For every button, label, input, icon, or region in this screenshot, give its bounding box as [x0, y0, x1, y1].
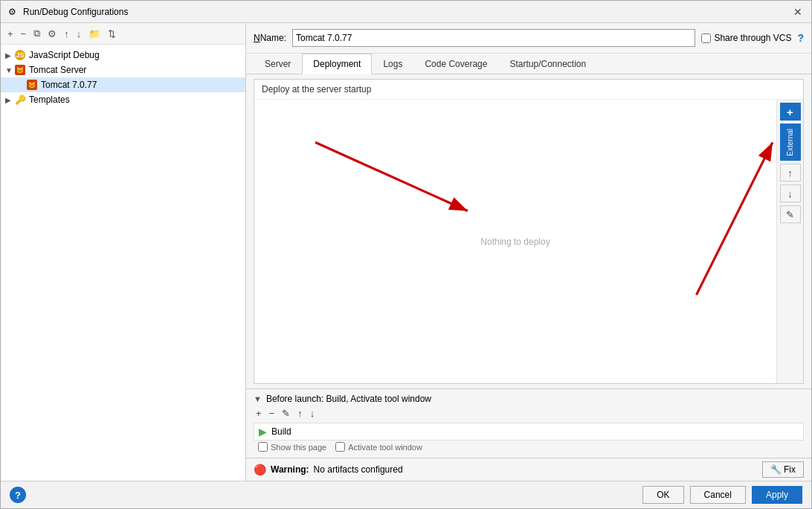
bl-edit-button[interactable]: ✎: [280, 407, 292, 420]
activate-window-checkbox[interactable]: [335, 442, 345, 452]
dialog-title: Run/Debug Configurations: [23, 7, 128, 17]
title-bar: ⚙ Run/Debug Configurations ✕: [1, 1, 811, 23]
tree-arrow-tomcat-server: ▼: [5, 66, 14, 74]
tab-logs[interactable]: Logs: [372, 54, 413, 74]
title-bar-left: ⚙ Run/Debug Configurations: [8, 7, 128, 17]
deploy-header-text: Deploy at the server startup: [262, 84, 371, 95]
fix-button[interactable]: 🔧 Fix: [762, 461, 804, 478]
show-page-label: Show this page: [271, 443, 326, 452]
external-label: External: [786, 129, 794, 156]
show-activate-row: Show this page Activate tool window: [254, 441, 804, 453]
before-launch-header: ▼ Before launch: Build, Activate tool wi…: [254, 394, 804, 404]
bl-down-button[interactable]: ↓: [308, 407, 318, 420]
share-label: Share through VCS: [714, 33, 791, 43]
settings-config-button[interactable]: ⚙: [45, 27, 59, 41]
tab-bar: Server Deployment Logs Code Coverage Sta…: [246, 54, 811, 74]
tomcat-config-icon: 🐱: [26, 79, 38, 91]
close-button[interactable]: ✕: [792, 7, 804, 17]
name-label: NName:: [254, 33, 286, 43]
warning-message: No artifacts configured: [314, 464, 403, 475]
deploy-up-button[interactable]: ↑: [780, 164, 801, 182]
deploy-header: Deploy at the server startup: [254, 80, 803, 100]
deployment-tab-content: Deploy at the server startup Nothing to …: [254, 79, 804, 384]
add-config-button[interactable]: +: [5, 27, 16, 41]
context-help-button[interactable]: ?: [797, 32, 804, 44]
cancel-button[interactable]: Cancel: [690, 486, 746, 504]
left-toolbar: + − ⧉ ⚙ ↑ ↓ 📁: [1, 23, 245, 45]
tomcat-server-icon: 🐱: [14, 64, 26, 76]
before-launch-section: ▼ Before launch: Build, Activate tool wi…: [246, 388, 811, 458]
name-input[interactable]: [292, 29, 695, 47]
help-button[interactable]: ?: [10, 487, 26, 503]
js-debug-icon: JS: [14, 49, 26, 61]
folder-config-button[interactable]: 📁: [86, 27, 103, 41]
build-item: ▶ Build: [254, 423, 804, 441]
external-source-button[interactable]: External: [780, 124, 801, 161]
remove-config-button[interactable]: −: [19, 27, 29, 41]
config-tree: ▶ JS JavaScript Debug ▼ 🐱 Tomcat Server: [1, 45, 245, 481]
bl-add-button[interactable]: +: [254, 407, 264, 420]
bl-up-button[interactable]: ↑: [295, 407, 305, 420]
left-panel: + − ⧉ ⚙ ↑ ↓ 📁: [1, 23, 246, 481]
copy-config-button[interactable]: ⧉: [31, 26, 42, 41]
before-launch-collapse[interactable]: ▼: [254, 394, 262, 403]
right-panel: NName: Share through VCS ? Server Deploy…: [246, 23, 811, 481]
content-area: + − ⧉ ⚙ ↑ ↓ 📁: [1, 23, 811, 481]
share-checkbox[interactable]: [701, 33, 711, 43]
warning-icon: 🔴: [254, 464, 266, 476]
tree-item-templates[interactable]: ▶ 🔑 Templates: [1, 92, 245, 107]
tree-arrow-js-debug: ▶: [5, 51, 14, 60]
sort-config-button[interactable]: ⇅: [106, 27, 118, 41]
deploy-sidebar: + External ↑ ↓ ✎: [776, 100, 803, 383]
before-launch-label: Before launch: Build, Activate tool wind…: [266, 394, 431, 404]
up-config-button[interactable]: ↑: [62, 27, 71, 41]
warning-bar: 🔴 Warning: No artifacts configured 🔧 Fix: [246, 458, 811, 481]
tab-server[interactable]: Server: [254, 54, 302, 74]
tree-arrow-templates: ▶: [5, 96, 14, 104]
build-icon: ▶: [259, 426, 267, 438]
deploy-edit-button[interactable]: ✎: [780, 205, 801, 223]
share-checkbox-area: Share through VCS: [701, 33, 791, 43]
add-artifact-button[interactable]: +: [780, 103, 801, 121]
tree-item-tomcat-config[interactable]: 🐱 Tomcat 7.0.77: [1, 77, 245, 92]
tab-deployment[interactable]: Deployment: [302, 54, 372, 74]
build-label: Build: [271, 426, 291, 437]
empty-deploy-label: Nothing to deploy: [480, 237, 550, 247]
tree-label-templates: Templates: [29, 95, 70, 105]
ok-button[interactable]: OK: [642, 486, 683, 504]
deploy-list: Nothing to deploy: [254, 100, 776, 383]
show-page-checkbox[interactable]: [258, 442, 268, 452]
down-config-button[interactable]: ↓: [74, 27, 84, 41]
templates-icon: 🔑: [14, 94, 26, 106]
bl-remove-button[interactable]: −: [267, 407, 277, 420]
activate-window-label: Activate tool window: [348, 443, 422, 452]
dialog-icon: ⚙: [8, 7, 19, 17]
tree-item-tomcat-server[interactable]: ▼ 🐱 Tomcat Server: [1, 63, 245, 77]
bottom-bar: ? OK Cancel Apply: [1, 481, 811, 508]
run-debug-dialog: ⚙ Run/Debug Configurations ✕ + − ⧉ ⚙: [0, 0, 812, 509]
warning-label: Warning:: [271, 464, 309, 475]
name-row: NName: Share through VCS ?: [246, 23, 811, 54]
before-launch-toolbar: + − ✎ ↑ ↓: [254, 407, 804, 420]
deploy-down-button[interactable]: ↓: [780, 185, 801, 202]
tree-item-js-debug[interactable]: ▶ JS JavaScript Debug: [1, 48, 245, 63]
tab-code-coverage[interactable]: Code Coverage: [413, 54, 498, 74]
tab-startup-connection[interactable]: Startup/Connection: [498, 54, 597, 74]
deploy-main: Nothing to deploy + External ↑: [254, 100, 803, 383]
tree-label-js-debug: JavaScript Debug: [29, 50, 100, 60]
tree-label-tomcat-server: Tomcat Server: [29, 65, 86, 75]
tree-label-tomcat-config: Tomcat 7.0.77: [41, 80, 97, 90]
apply-button[interactable]: Apply: [752, 486, 802, 504]
